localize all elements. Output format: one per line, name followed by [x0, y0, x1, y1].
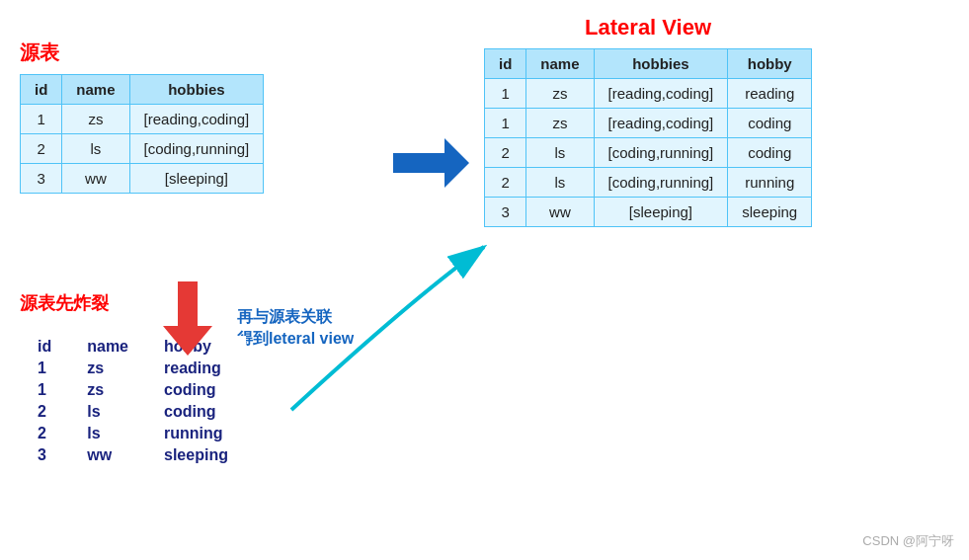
table-cell: 1: [485, 79, 526, 109]
lateral-view-body: 1zs[reading,coding]reading1zs[reading,co…: [485, 79, 812, 227]
table-cell: 1: [20, 379, 69, 401]
table-cell: 2: [485, 168, 526, 198]
table-cell: ls: [69, 423, 146, 444]
lateral-view-section: Lateral View idnamehobbieshobby 1zs[read…: [484, 15, 812, 227]
table-row: 1zs[reading,coding]: [21, 105, 264, 134]
exploded-table: idnamehobby 1zsreading1zscoding2lscoding…: [20, 336, 246, 466]
label-join-line2: 得到leteral view: [237, 328, 354, 350]
table-row: 2lscoding: [20, 401, 246, 423]
table-row: 2ls[coding,running]coding: [485, 138, 812, 168]
table-cell: 1: [20, 358, 69, 379]
table-cell: 2: [485, 138, 526, 168]
source-table-col-header: hobbies: [129, 75, 264, 105]
table-cell: coding: [728, 138, 812, 168]
table-cell: [reading,coding]: [129, 105, 264, 134]
table-row: 2ls[coding,running]running: [485, 168, 812, 198]
table-cell: [coding,running]: [594, 168, 728, 198]
table-cell: [coding,running]: [594, 138, 728, 168]
exploded-col-header: id: [20, 336, 69, 358]
table-cell: 3: [20, 444, 69, 466]
source-table-col-header: name: [62, 75, 129, 105]
table-cell: 2: [21, 134, 62, 164]
table-cell: 3: [485, 198, 526, 227]
source-table-header: idnamehobbies: [21, 75, 264, 105]
table-cell: ww: [69, 444, 146, 466]
exploded-col-header: name: [69, 336, 146, 358]
table-cell: ls: [526, 138, 594, 168]
table-cell: 2: [20, 423, 69, 444]
table-cell: zs: [526, 79, 594, 109]
exploded-header: idnamehobby: [20, 336, 246, 358]
table-cell: [reading,coding]: [594, 109, 728, 138]
table-row: 1zs[reading,coding]coding: [485, 109, 812, 138]
table-cell: sleeping: [728, 198, 812, 227]
table-row: 1zs[reading,coding]reading: [485, 79, 812, 109]
table-cell: 1: [21, 105, 62, 134]
table-cell: reading: [146, 358, 246, 379]
table-cell: 2: [20, 401, 69, 423]
table-row: 2ls[coding,running]: [21, 134, 264, 164]
table-cell: zs: [526, 109, 594, 138]
lateral-view-table: idnamehobbieshobby 1zs[reading,coding]re…: [484, 48, 812, 227]
table-cell: zs: [69, 379, 146, 401]
watermark: CSDN @阿宁呀: [862, 532, 954, 550]
label-explode: 源表先炸裂: [20, 291, 109, 315]
lateral-view-header: idnamehobbieshobby: [485, 49, 812, 79]
table-cell: ls: [62, 134, 129, 164]
table-cell: running: [728, 168, 812, 198]
table-cell: ww: [62, 164, 129, 194]
table-cell: zs: [69, 358, 146, 379]
exploded-col-header: hobby: [146, 336, 246, 358]
label-join-line1: 再与源表关联: [237, 306, 354, 328]
table-cell: 1: [485, 109, 526, 138]
source-table-section: 源表 idnamehobbies 1zs[reading,coding]2ls[…: [20, 40, 264, 194]
table-cell: ww: [526, 198, 594, 227]
table-cell: reading: [728, 79, 812, 109]
label-join: 再与源表关联 得到leteral view: [237, 306, 354, 351]
table-row: 1zsreading: [20, 358, 246, 379]
source-table-title: 源表: [20, 40, 264, 66]
right-arrow: [393, 138, 469, 188]
table-cell: ls: [526, 168, 594, 198]
table-row: 3wwsleeping: [20, 444, 246, 466]
source-table-body: 1zs[reading,coding]2ls[coding,running]3w…: [21, 105, 264, 194]
lateral-col-header: name: [526, 49, 594, 79]
table-row: 3ww[sleeping]sleeping: [485, 198, 812, 227]
exploded-body: 1zsreading1zscoding2lscoding2lsrunning3w…: [20, 358, 246, 466]
table-row: 1zscoding: [20, 379, 246, 401]
lateral-col-header: hobbies: [594, 49, 728, 79]
table-cell: 3: [21, 164, 62, 194]
table-cell: coding: [728, 109, 812, 138]
table-cell: ls: [69, 401, 146, 423]
table-cell: running: [146, 423, 246, 444]
table-cell: [sleeping]: [129, 164, 264, 194]
source-table: idnamehobbies 1zs[reading,coding]2ls[cod…: [20, 74, 264, 194]
table-cell: [reading,coding]: [594, 79, 728, 109]
source-table-col-header: id: [21, 75, 62, 105]
exploded-section: idnamehobby 1zsreading1zscoding2lscoding…: [20, 336, 246, 466]
table-cell: sleeping: [146, 444, 246, 466]
lateral-col-header: hobby: [728, 49, 812, 79]
table-cell: [coding,running]: [129, 134, 264, 164]
lateral-col-header: id: [485, 49, 526, 79]
table-cell: zs: [62, 105, 129, 134]
table-cell: coding: [146, 379, 246, 401]
table-cell: coding: [146, 401, 246, 423]
lateral-view-title: Lateral View: [484, 15, 812, 40]
table-row: 3ww[sleeping]: [21, 164, 264, 194]
table-row: 2lsrunning: [20, 423, 246, 444]
table-cell: [sleeping]: [594, 198, 728, 227]
